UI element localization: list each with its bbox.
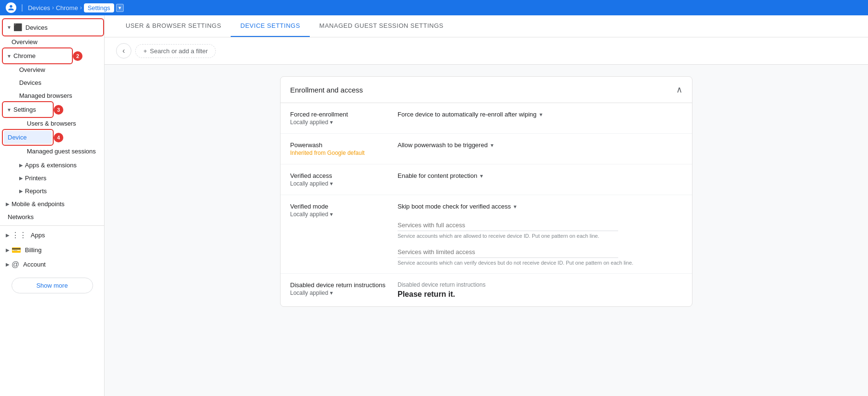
setting-label-2: Verified access (290, 172, 386, 179)
setting-label-col-0: Forced re-enrollment Locally applied ▾ (290, 111, 386, 126)
sidebar-item-managed-browsers[interactable]: Managed browsers (0, 89, 100, 102)
setting-sublabel-disabled[interactable]: Locally applied ▾ (290, 290, 386, 296)
filter-plus-icon: + (143, 47, 147, 55)
sublabel-arrow-0: ▾ (330, 119, 333, 126)
monitor-icon: ⬛ (13, 23, 23, 32)
sidebar-item-device[interactable]: Device (4, 131, 52, 144)
sidebar-item-devices[interactable]: ▾ ⬛ Devices (4, 20, 102, 35)
tab-managed-guest[interactable]: MANAGED GUEST SESSION SETTINGS (310, 15, 453, 37)
sublabel-text-3: Locally applied (290, 211, 328, 218)
breadcrumb-devices[interactable]: Devices (28, 4, 50, 12)
setting-sublabel-0[interactable]: Locally applied ▾ (290, 119, 386, 126)
setting-sublabel-2[interactable]: Locally applied ▾ (290, 180, 386, 187)
billing-card-icon: 💳 (12, 245, 21, 255)
tab-user-browser[interactable]: USER & BROWSER SETTINGS (116, 15, 231, 37)
expand-apps-icon: ▶ (19, 163, 23, 168)
setting-label-disabled: Disabled device return instructions (290, 281, 386, 289)
breadcrumb-sep-2: › (80, 4, 82, 11)
sidebar-item-billing[interactable]: ▶ 💳 Billing (0, 243, 100, 257)
sublabel-text-1: Inherited from Google default (290, 150, 364, 156)
breadcrumb-current: Settings (84, 3, 114, 12)
devices-sub-label: Devices (19, 79, 41, 86)
value-text-2: Enable for content protection (398, 172, 477, 179)
sidebar-devices-section: ▾ ⬛ Devices (4, 20, 102, 35)
topbar-divider: | (21, 3, 23, 12)
collapse-button[interactable]: ‹ (116, 43, 131, 58)
account-at-icon: @ (12, 260, 19, 269)
sidebar-devices-label: Devices (25, 24, 47, 31)
managed-guest-label: Managed guest sessions (27, 148, 96, 156)
sidebar-item-overview2[interactable]: Overview (0, 63, 100, 76)
setting-label-col-disabled: Disabled device return instructions Loca… (290, 281, 386, 296)
show-more-button[interactable]: Show more (12, 278, 93, 293)
breadcrumb-sep-1: › (52, 4, 54, 11)
collapse-section-icon[interactable]: ∧ (676, 84, 682, 95)
setting-label-0: Forced re-enrollment (290, 111, 386, 118)
services-limited-input[interactable] (398, 246, 618, 258)
overview2-label: Overview (19, 66, 45, 73)
avatar[interactable] (6, 2, 16, 13)
tab-device-settings[interactable]: DEVICE SETTINGS (231, 15, 310, 37)
filter-button[interactable]: + Search or add a filter (135, 44, 216, 58)
setting-label-col-3: Verified mode Locally applied ▾ (290, 203, 386, 218)
sublabel-text-0: Locally applied (290, 119, 328, 126)
annotation-badge-3: 3 (54, 105, 63, 115)
value-arrow-1: ▾ (491, 142, 493, 149)
expand-icon-devices: ▾ (8, 24, 11, 31)
mobile-endpoints-label: Mobile & endpoints (12, 200, 65, 208)
disabled-return-label: Disabled device return instructions (398, 281, 682, 288)
networks-label: Networks (8, 213, 34, 221)
setting-value-3[interactable]: Skip boot mode check for verified access… (398, 203, 682, 210)
value-arrow-0: ▾ (540, 111, 542, 118)
setting-value-col-2: Enable for content protection ▾ (398, 172, 682, 179)
expand-icon-settings: ▾ (8, 106, 11, 113)
sidebar-item-devices-sub[interactable]: Devices (0, 76, 100, 89)
services-full-input[interactable] (398, 220, 618, 231)
managed-browsers-label: Managed browsers (19, 92, 72, 99)
setting-label-3: Verified mode (290, 203, 386, 210)
settings-card: Enrollment and access ∧ Forced re-enroll… (280, 76, 692, 307)
expand-printers-icon: ▶ (19, 175, 23, 181)
setting-label-col-1: Powerwash Inherited from Google default (290, 141, 386, 156)
breadcrumb-dropdown[interactable]: ▾ (116, 4, 124, 12)
sidebar-item-account[interactable]: ▶ @ Account (0, 257, 100, 272)
sidebar-item-managed-guest[interactable]: Managed guest sessions (0, 145, 100, 159)
overview1-label: Overview (12, 38, 37, 46)
top-bar: | Devices › Chrome › Settings ▾ (0, 0, 868, 15)
sidebar-chrome-label: Chrome (13, 52, 35, 59)
services-limited-hint: Service accounts which can verify device… (398, 260, 682, 266)
sidebar-item-networks[interactable]: Networks (0, 210, 100, 223)
sidebar-item-settings[interactable]: ▾ Settings (4, 103, 52, 116)
value-text-1: Allow powerwash to be triggered (398, 141, 488, 149)
value-text-3: Skip boot mode check for verified access (398, 203, 511, 210)
sidebar-item-chrome[interactable]: ▾ Chrome (4, 49, 71, 62)
setting-sublabel-1[interactable]: Inherited from Google default (290, 150, 386, 156)
sidebar-chrome-section: ▾ Chrome 2 (4, 49, 102, 62)
expand-apps-top-icon: ▶ (6, 233, 10, 238)
sidebar-item-overview1[interactable]: Overview (0, 35, 100, 48)
expand-mobile-icon: ▶ (6, 201, 10, 207)
settings-content: Enrollment and access ∧ Forced re-enroll… (105, 65, 868, 396)
breadcrumb: Devices › Chrome › Settings ▾ (28, 3, 123, 12)
sidebar-item-printers[interactable]: ▶ Printers (0, 172, 100, 185)
content-area: USER & BROWSER SETTINGS DEVICE SETTINGS … (105, 15, 868, 396)
breadcrumb-chrome[interactable]: Chrome (56, 4, 78, 12)
sidebar-item-apps[interactable]: ▶ ⋮⋮ Apps (0, 228, 100, 243)
setting-value-0[interactable]: Force device to automatically re-enroll … (398, 111, 682, 118)
sublabel-arrow-disabled: ▾ (330, 290, 333, 296)
sublabel-arrow-2: ▾ (330, 180, 333, 187)
setting-value-2[interactable]: Enable for content protection ▾ (398, 172, 682, 179)
apps-grid-icon: ⋮⋮ (12, 231, 27, 240)
sidebar-divider (0, 225, 104, 226)
expand-account-icon: ▶ (6, 262, 10, 267)
sidebar-item-mobile[interactable]: ▶ Mobile & endpoints (0, 198, 100, 210)
sidebar-item-reports[interactable]: ▶ Reports (0, 185, 100, 198)
setting-sublabel-3[interactable]: Locally applied ▾ (290, 211, 386, 218)
sidebar-item-users-browsers[interactable]: Users & browsers (0, 117, 100, 130)
disabled-return-value: Please return it. (398, 290, 682, 299)
services-limited-section: Service accounts which can verify device… (398, 246, 682, 266)
sidebar-settings-section: ▾ Settings 3 (4, 103, 102, 116)
sidebar-item-apps-extensions[interactable]: ▶ Apps & extensions (0, 159, 100, 172)
toolbar: ‹ + Search or add a filter (105, 37, 868, 65)
setting-value-1[interactable]: Allow powerwash to be triggered ▾ (398, 141, 682, 149)
